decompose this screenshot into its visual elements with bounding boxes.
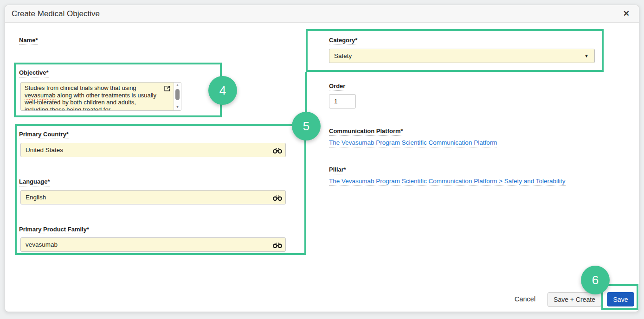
communication-platform-field-label: Communication Platform*	[329, 128, 403, 134]
cancel-button[interactable]: Cancel	[515, 295, 535, 303]
scrollbar-thumb[interactable]	[175, 89, 180, 100]
chevron-down-icon: ▼	[584, 53, 589, 58]
language-lookup-icon[interactable]	[272, 194, 283, 203]
primary-product-family-field-label: Primary Product Family*	[19, 226, 89, 233]
category-field-label: Category*	[329, 37, 357, 44]
category-select[interactable]: Safety ▼	[329, 49, 595, 63]
textarea-scrollbar[interactable]: ▲ ▼	[174, 83, 181, 110]
primary-product-family-input[interactable]	[20, 237, 286, 252]
order-field-label: Order	[329, 83, 345, 89]
objective-text: Studies from clinical trials show that u…	[21, 83, 174, 110]
objective-textarea[interactable]: Studies from clinical trials show that u…	[20, 82, 181, 111]
pillar-field-label: Pillar*	[329, 166, 346, 173]
order-input[interactable]	[329, 94, 356, 108]
misspelled-word: vevasumab	[25, 92, 55, 99]
expand-editor-icon[interactable]	[164, 85, 171, 94]
name-field-label: Name*	[19, 37, 38, 44]
primary-country-field-label: Primary Country*	[19, 131, 69, 138]
create-medical-objective-dialog: Create Medical Objective ✕ Name* Objecti…	[5, 5, 639, 312]
language-field-label: Language*	[19, 178, 50, 185]
scroll-up-icon[interactable]: ▲	[176, 83, 180, 88]
close-icon[interactable]: ✕	[623, 9, 630, 19]
category-selected-value: Safety	[334, 52, 584, 59]
scroll-down-icon[interactable]: ▼	[176, 104, 180, 110]
primary-country-lookup-icon[interactable]	[272, 147, 283, 156]
screen: Create Medical Objective ✕ Name* Objecti…	[0, 0, 644, 319]
pillar-link[interactable]: The Vevasumab Program Scientific Communi…	[329, 178, 566, 185]
save-and-create-button[interactable]: Save + Create	[547, 292, 601, 307]
communication-platform-link[interactable]: The Vevasumab Program Scientific Communi…	[329, 139, 497, 146]
save-button[interactable]: Save	[607, 292, 634, 306]
dialog-header: Create Medical Objective ✕	[5, 5, 639, 23]
primary-product-family-lookup-icon[interactable]	[272, 242, 283, 250]
objective-field-label: Objective*	[19, 69, 49, 76]
dialog-title: Create Medical Objective	[12, 9, 100, 19]
language-input[interactable]	[20, 190, 286, 204]
primary-country-input[interactable]	[20, 143, 286, 157]
